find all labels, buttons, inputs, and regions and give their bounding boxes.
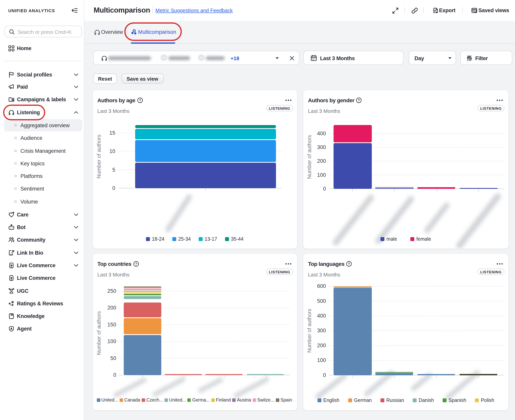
- svg-text:300: 300: [317, 328, 326, 333]
- svg-text:600: 600: [317, 283, 326, 289]
- svg-text:400: 400: [317, 131, 326, 136]
- svg-text:?: ?: [348, 262, 350, 266]
- svg-text:200: 200: [317, 158, 326, 164]
- svg-text:5: 5: [112, 167, 115, 173]
- svg-text:400: 400: [317, 313, 326, 319]
- svg-text:?: ?: [358, 98, 360, 102]
- svg-text:200: 200: [107, 305, 116, 311]
- svg-text:250: 250: [107, 288, 116, 294]
- svg-text:100: 100: [317, 357, 326, 363]
- svg-text:0: 0: [112, 185, 115, 191]
- svg-text:50: 50: [110, 355, 116, 361]
- svg-text:0: 0: [323, 372, 326, 378]
- svg-text:Number of authors: Number of authors: [96, 311, 102, 355]
- svg-text:100: 100: [317, 172, 326, 178]
- svg-text:15: 15: [109, 130, 115, 136]
- svg-text:500: 500: [317, 298, 326, 304]
- svg-text:0: 0: [113, 372, 116, 378]
- svg-text:?: ?: [135, 262, 137, 266]
- svg-text:Number of authors: Number of authors: [306, 309, 312, 353]
- svg-text:10: 10: [109, 148, 115, 154]
- svg-text:200: 200: [317, 343, 326, 348]
- svg-text:Number of authors: Number of authors: [306, 135, 312, 179]
- svg-text:Number of authors: Number of authors: [96, 135, 102, 179]
- svg-text:0: 0: [323, 186, 326, 192]
- svg-text:150: 150: [107, 322, 116, 328]
- svg-text:?: ?: [139, 98, 141, 102]
- svg-text:300: 300: [317, 144, 326, 150]
- svg-text:100: 100: [107, 338, 116, 344]
